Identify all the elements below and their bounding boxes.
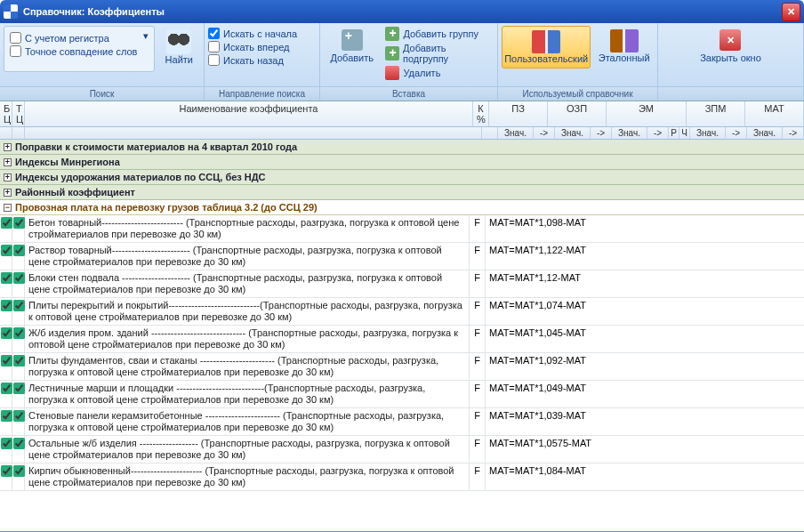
search-from-start[interactable]: Искать с начала <box>208 28 297 39</box>
close-icon: ✕ <box>720 29 741 51</box>
col-tc[interactable]: Т Ц <box>12 101 25 126</box>
row-check-tc[interactable] <box>13 465 25 477</box>
minus-icon <box>385 66 399 80</box>
table-row[interactable]: Кирпич обыкновенный---------------------… <box>0 463 804 491</box>
row-check-bc[interactable] <box>1 465 12 477</box>
table-row[interactable]: Остальные ж/б изделия ------------------… <box>0 436 804 463</box>
col-bc[interactable]: Б Ц <box>0 101 12 126</box>
expand-icon[interactable]: + <box>4 143 12 151</box>
row-k: F <box>470 381 486 407</box>
group-row[interactable]: +Районный коэффициент <box>0 185 804 200</box>
expand-icon[interactable]: − <box>4 204 12 212</box>
row-formula: МАТ=МАТ*1,045-МАТ <box>486 326 804 352</box>
row-name: Лестничные марши и площадки ------------… <box>25 381 470 407</box>
search-backward[interactable]: Искать назад <box>208 54 297 66</box>
close-icon[interactable]: ✕ <box>782 3 800 21</box>
table-row[interactable]: Ж/б изделия пром. зданий ---------------… <box>0 326 804 353</box>
row-name: Плиты перекрытий и покрытий-------------… <box>25 298 470 325</box>
user-reference-button[interactable]: Пользовательский <box>502 26 591 69</box>
row-k: F <box>470 243 486 270</box>
table-row[interactable]: Лестничные марши и площадки ------------… <box>0 381 804 408</box>
ribbon: С учетом регистра Точное совпадение слов… <box>0 23 804 101</box>
row-check-tc[interactable] <box>13 217 25 229</box>
add-group-button[interactable]: Добавить группу <box>383 26 494 42</box>
add-button[interactable]: Добавить <box>324 26 380 67</box>
delete-button[interactable]: Удалить <box>383 65 494 81</box>
column-header: Б Ц Т Ц Наименование коэффициента К % ПЗ… <box>0 101 804 127</box>
table-row[interactable]: Блоки стен подвала ---------------------… <box>0 270 804 298</box>
row-check-tc[interactable] <box>13 410 25 422</box>
close-window-button[interactable]: ✕ Закрыть окно <box>693 26 768 67</box>
row-formula: МАТ=МАТ*1,039-МАТ <box>486 408 804 435</box>
group-row[interactable]: +Индексы удорожания материалов по ССЦ, б… <box>0 170 804 185</box>
table-row[interactable]: Плиты перекрытий и покрытий-------------… <box>0 298 804 326</box>
row-check-bc[interactable] <box>1 272 12 284</box>
binoculars-icon <box>166 29 191 54</box>
row-check-bc[interactable] <box>1 383 12 394</box>
group-row[interactable]: +Индексы Минрегиона <box>0 155 804 170</box>
table-row[interactable]: Раствор товарный------------------------… <box>0 243 804 270</box>
book-icon <box>532 30 560 53</box>
row-check-bc[interactable] <box>1 410 12 422</box>
group-label-insert: Вставка <box>320 86 497 101</box>
col-em[interactable]: ЭМ <box>607 101 687 126</box>
row-check-bc[interactable] <box>1 327 12 339</box>
group-label: Индексы Минрегиона <box>15 157 120 167</box>
row-check-bc[interactable] <box>1 355 12 367</box>
window-title: Справочник: Коэффициенты <box>23 6 782 17</box>
row-formula: МАТ=МАТ*1,092-МАТ <box>486 353 804 380</box>
plus-icon <box>342 29 363 51</box>
data-grid[interactable]: +Поправки к стоимости материалов на 4 кв… <box>0 140 804 531</box>
sub-header: Знач.-> Знач.-> Знач.-> РЧ Знач.-> Знач.… <box>0 127 804 140</box>
row-name: Раствор товарный------------------------… <box>25 243 470 270</box>
col-k[interactable]: К % <box>473 101 489 126</box>
table-row[interactable]: Бетон товарный------------------------- … <box>0 215 804 243</box>
app-icon <box>4 4 18 19</box>
row-formula: МАТ=МАТ*1,12-МАТ <box>486 270 804 297</box>
row-formula: МАТ=МАТ*1,0575-МАТ <box>486 436 804 463</box>
col-mat[interactable]: МАТ <box>745 101 804 126</box>
group-label: Провозная плата на перевозку грузов табл… <box>15 202 318 213</box>
col-zpm[interactable]: ЗПМ <box>687 101 745 126</box>
row-check-bc[interactable] <box>1 245 12 256</box>
row-check-tc[interactable] <box>13 355 25 367</box>
find-button[interactable]: Найти <box>158 26 200 69</box>
group-row[interactable]: +Поправки к стоимости материалов на 4 кв… <box>0 140 804 155</box>
case-sensitive-checkbox[interactable]: С учетом регистра <box>10 32 138 44</box>
expand-icon[interactable]: + <box>4 189 12 197</box>
search-forward[interactable]: Искать вперед <box>208 41 297 52</box>
row-name: Ж/б изделия пром. зданий ---------------… <box>25 326 470 352</box>
row-check-bc[interactable] <box>1 217 12 229</box>
row-check-tc[interactable] <box>13 300 25 311</box>
col-pz[interactable]: ПЗ <box>489 101 548 126</box>
row-name: Стеновые панели керамзитобетонные ------… <box>25 408 470 435</box>
row-check-tc[interactable] <box>13 383 25 394</box>
expand-icon[interactable]: + <box>4 173 12 181</box>
group-label: Районный коэффициент <box>15 187 135 197</box>
row-check-tc[interactable] <box>13 272 25 284</box>
standard-reference-button[interactable]: Эталонный <box>594 26 654 67</box>
table-row[interactable]: Плиты фундаментов, сваи и стаканы ------… <box>0 353 804 381</box>
row-k: F <box>470 215 486 242</box>
table-row[interactable]: Стеновые панели керамзитобетонные ------… <box>0 408 804 436</box>
row-check-tc[interactable] <box>13 245 25 256</box>
group-row[interactable]: −Провозная плата на перевозку грузов таб… <box>0 200 804 215</box>
expand-icon[interactable]: + <box>4 158 12 166</box>
row-k: F <box>470 298 486 325</box>
plus-icon <box>385 27 399 41</box>
row-check-tc[interactable] <box>13 438 25 449</box>
row-formula: МАТ=МАТ*1,098-МАТ <box>486 215 804 242</box>
row-formula: МАТ=МАТ*1,084-МАТ <box>486 463 804 490</box>
col-ozp[interactable]: ОЗП <box>548 101 607 126</box>
exact-match-checkbox[interactable]: Точное совпадение слов <box>10 45 138 57</box>
add-subgroup-button[interactable]: Добавить подгруппу <box>383 42 494 65</box>
row-check-tc[interactable] <box>13 327 25 339</box>
col-name[interactable]: Наименование коэффициента <box>25 101 473 126</box>
group-label-search: Поиск <box>0 86 204 101</box>
row-k: F <box>470 326 486 352</box>
row-check-bc[interactable] <box>1 300 12 311</box>
row-check-bc[interactable] <box>1 438 12 449</box>
row-name: Кирпич обыкновенный---------------------… <box>25 463 470 490</box>
row-k: F <box>470 436 486 463</box>
row-name: Плиты фундаментов, сваи и стаканы ------… <box>25 353 470 380</box>
